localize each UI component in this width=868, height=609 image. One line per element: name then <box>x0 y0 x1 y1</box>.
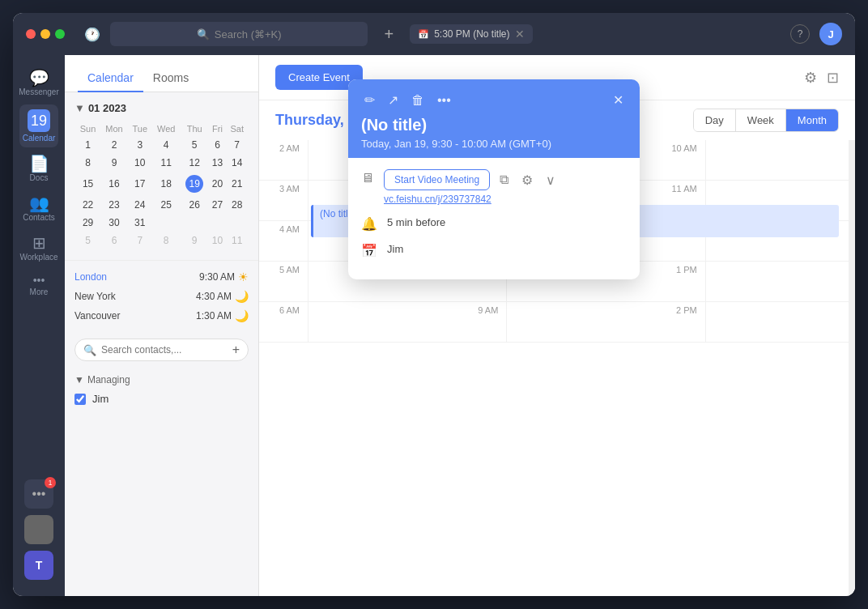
cal-cell[interactable]: 9 <box>181 232 208 249</box>
cal-cell[interactable]: 18 <box>153 172 180 195</box>
cal-cell[interactable] <box>153 215 180 231</box>
cal-cell[interactable]: 20 <box>210 172 226 195</box>
popup-settings-button[interactable]: ⚙ <box>518 171 536 190</box>
cal-cell[interactable]: 6 <box>210 137 226 153</box>
cal-cell[interactable]: 7 <box>129 232 151 249</box>
close-button[interactable] <box>26 29 36 39</box>
popup-close-button[interactable]: ✕ <box>610 91 627 109</box>
settings-icon[interactable]: ⚙ <box>804 69 817 87</box>
time-cell <box>705 302 855 342</box>
cal-cell[interactable]: 5 <box>76 232 100 249</box>
jim-checkbox[interactable] <box>74 394 86 405</box>
cal-cell[interactable]: 1 <box>76 137 100 153</box>
sidebar-dots-button[interactable]: ••• 1 <box>24 479 53 509</box>
cal-cell[interactable] <box>181 215 208 231</box>
sidebar-square-button[interactable] <box>24 515 53 544</box>
cal-cell[interactable]: 23 <box>101 197 127 213</box>
popup-delete-button[interactable]: 🗑 <box>408 92 428 109</box>
cal-cell[interactable]: 29 <box>76 215 100 231</box>
sidebar-item-more[interactable]: ••• More <box>19 270 58 301</box>
cal-cell[interactable]: 22 <box>76 197 100 213</box>
active-tab[interactable]: 📅 5:30 PM (No title) ✕ <box>410 24 532 44</box>
sidebar-item-workplace[interactable]: ⊞ Workplace <box>19 230 58 266</box>
cal-cell[interactable]: 25 <box>153 197 180 213</box>
fullscreen-button[interactable] <box>55 29 65 39</box>
cal-cell[interactable]: 28 <box>227 197 247 213</box>
meeting-link[interactable]: vc.feishu.cn/j/239737842 <box>384 194 627 205</box>
mini-cal-header[interactable]: ▼ 01 2023 <box>74 102 249 114</box>
popup-more-button[interactable]: ••• <box>434 92 454 109</box>
day-header-thu: Thu <box>181 122 208 135</box>
sidebar-item-calendar[interactable]: 19 Calendar <box>19 104 58 147</box>
start-video-meeting-button[interactable]: Start Video Meeting <box>384 169 490 190</box>
popup-copy-button[interactable]: ⧉ <box>496 171 512 189</box>
calendar-row-icon: 📅 <box>361 243 377 258</box>
cal-cell[interactable]: 6 <box>101 232 127 249</box>
popup-edit-button[interactable]: ✏ <box>361 91 378 109</box>
scrollbar[interactable] <box>849 140 855 596</box>
tab-close-icon[interactable]: ✕ <box>515 28 525 40</box>
cal-cell[interactable]: 8 <box>153 232 180 249</box>
sidebar-user-avatar[interactable]: T <box>24 551 53 580</box>
cal-cell[interactable]: 3 <box>129 137 151 153</box>
help-button[interactable]: ? <box>790 24 810 44</box>
cal-cell[interactable]: 26 <box>181 197 208 213</box>
user-avatar[interactable]: J <box>819 23 842 45</box>
cal-cell[interactable]: 10 <box>210 232 226 249</box>
history-icon[interactable]: 🕐 <box>84 27 100 42</box>
dots-icon: ••• <box>32 487 46 501</box>
search-contacts-input[interactable] <box>101 344 228 356</box>
cal-cell[interactable]: 2 <box>101 137 127 153</box>
popup-expand-button[interactable]: ∨ <box>542 171 559 190</box>
cal-cell[interactable]: 14 <box>227 155 247 171</box>
add-tab-button[interactable]: + <box>377 22 400 47</box>
popup-video-content: Start Video Meeting ⧉ ⚙ ∨ vc.feishu.cn/j… <box>384 169 627 205</box>
cal-cell[interactable]: 9 <box>101 155 127 171</box>
cal-cell[interactable]: 15 <box>76 172 100 195</box>
cal-cell[interactable]: 12 <box>181 155 208 171</box>
popup-header: Edit event ✏ ↗ 🗑 ••• ✕ (No title) Today,… <box>348 79 640 158</box>
cal-cell[interactable]: 10 <box>129 155 151 171</box>
cal-cell[interactable]: 27 <box>210 197 226 213</box>
cal-cell[interactable]: 16 <box>101 172 127 195</box>
cal-cell-today[interactable]: 19 <box>181 172 208 195</box>
view-week-button[interactable]: Week <box>736 109 786 131</box>
cal-cell[interactable]: 30 <box>101 215 127 231</box>
cal-cell[interactable]: 17 <box>129 172 151 195</box>
cal-cell[interactable]: 21 <box>227 172 247 195</box>
view-month-button[interactable]: Month <box>786 109 838 131</box>
add-contact-button[interactable]: + <box>232 343 240 357</box>
search-contacts-bar[interactable]: 🔍 + <box>74 339 249 361</box>
cal-cell[interactable]: 7 <box>227 137 247 153</box>
cal-cell[interactable]: 8 <box>76 155 100 171</box>
search-contacts-icon: 🔍 <box>83 344 96 356</box>
tab-calendar[interactable]: Calendar <box>78 65 143 92</box>
cal-cell[interactable]: 11 <box>153 155 180 171</box>
search-bar[interactable]: 🔍 Search (⌘+K) <box>110 22 368 46</box>
cal-cell[interactable] <box>227 215 247 231</box>
cal-cell[interactable]: 5 <box>181 137 208 153</box>
split-icon[interactable]: ⊡ <box>827 69 839 87</box>
event-popup: Edit event ✏ ↗ 🗑 ••• ✕ (No title) Today,… <box>348 79 640 279</box>
popup-share-button[interactable]: ↗ <box>385 91 402 109</box>
cal-cell[interactable]: 4 <box>153 137 180 153</box>
sidebar-item-docs[interactable]: 📄 Docs <box>19 151 58 187</box>
popup-calendar-content: Jim <box>387 241 627 256</box>
messenger-icon: 💬 <box>29 70 49 86</box>
tab-rooms[interactable]: Rooms <box>143 65 198 92</box>
minimize-button[interactable] <box>40 29 50 39</box>
jim-name: Jim <box>92 393 108 405</box>
sidebar-item-messenger[interactable]: 💬 Messenger <box>19 65 58 101</box>
contacts-icon: 👥 <box>29 195 49 211</box>
sidebar-item-contacts[interactable]: 👥 Contacts <box>19 190 58 227</box>
view-day-button[interactable]: Day <box>694 109 736 131</box>
time-label-2am: 2 AM <box>259 140 308 180</box>
popup-reminder-content: 5 min before <box>387 215 627 229</box>
cal-cell[interactable] <box>210 215 226 231</box>
view-switcher: Day Week Month <box>693 109 839 132</box>
managing-header[interactable]: ▼ Managing <box>74 374 249 385</box>
cal-cell[interactable]: 11 <box>227 232 247 249</box>
cal-cell[interactable]: 31 <box>129 215 151 231</box>
cal-cell[interactable]: 24 <box>129 197 151 213</box>
cal-cell[interactable]: 13 <box>210 155 226 171</box>
